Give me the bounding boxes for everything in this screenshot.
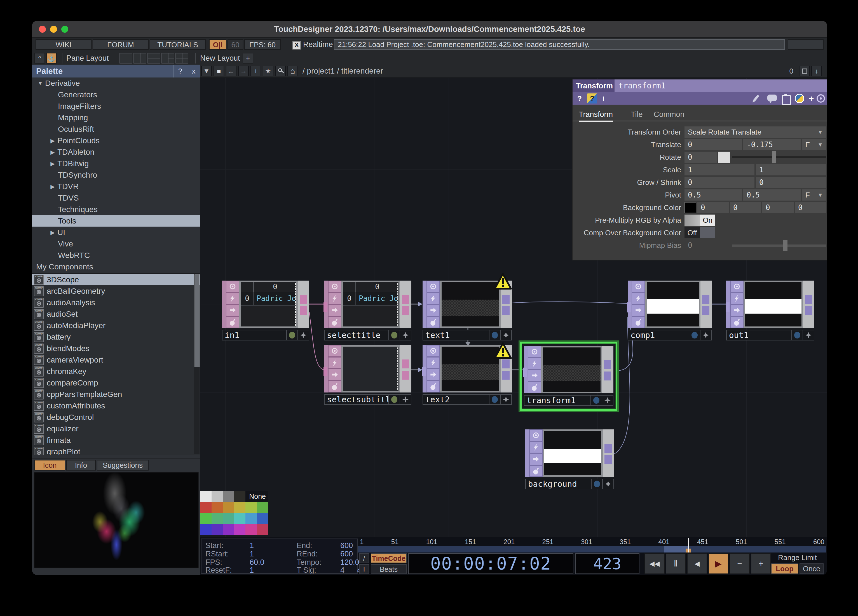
cook-bomb-icon[interactable] (328, 381, 341, 393)
rstart-value[interactable]: 1 (250, 550, 254, 559)
node-flag-dot[interactable] (689, 330, 700, 340)
timecode-mode-button[interactable]: TimeCode (371, 553, 407, 563)
node-flag-dot[interactable] (489, 330, 500, 340)
viewer-target-icon[interactable] (730, 281, 743, 293)
forum-button[interactable]: FORUM (93, 39, 149, 50)
help-icon[interactable]: ? (575, 93, 584, 104)
list-item[interactable]: COMPcompareComp (32, 377, 200, 389)
pivot-y-field[interactable]: 0.5 (743, 189, 800, 200)
bypass-flash-icon[interactable] (528, 358, 541, 370)
timeline-ruler[interactable]: 151101151201251301351401451501551600 (358, 538, 826, 546)
tree-item-tdvr[interactable]: ▶TDVR (32, 181, 200, 192)
swatch[interactable] (223, 491, 234, 502)
node-input-connector[interactable] (726, 303, 729, 312)
realtime-checkbox[interactable]: X (292, 41, 301, 50)
comment-bubble-icon[interactable] (767, 95, 777, 101)
swatch[interactable] (234, 491, 246, 502)
swatch[interactable] (223, 524, 234, 535)
list-item[interactable]: COMPcameraViewport (32, 354, 200, 366)
tab-suggestions[interactable]: Suggestions (97, 460, 149, 470)
list-item[interactable]: COMPblendModes (32, 343, 200, 354)
frame-slash-button[interactable]: / (359, 553, 369, 563)
node-rail[interactable] (222, 281, 239, 328)
export-arrow-icon[interactable] (328, 369, 341, 381)
tree-item-ui[interactable]: ▶UI (32, 227, 200, 238)
node-name[interactable]: background (526, 479, 591, 489)
chevron-right-icon[interactable]: ▶ (48, 149, 58, 155)
export-arrow-icon[interactable] (632, 304, 645, 317)
node-text1[interactable]: text1 (423, 281, 512, 340)
node-viewer[interactable] (440, 281, 500, 328)
list-item[interactable]: COMPchromaKey (32, 366, 200, 377)
tree-item-imagefilters[interactable]: ImageFilters (32, 101, 200, 112)
node-out1[interactable]: out1 (726, 281, 814, 340)
bgcolor-r-field[interactable]: 0 (697, 202, 729, 213)
node-transform1-selected[interactable]: transform1 (524, 346, 613, 406)
search-icon[interactable] (275, 66, 286, 76)
list-item[interactable]: COMPbattery (32, 331, 200, 343)
cook-bomb-icon[interactable] (529, 465, 542, 477)
node-viewer[interactable] (743, 281, 803, 328)
export-arrow-icon[interactable] (226, 304, 239, 317)
node-flag-dot[interactable] (389, 330, 399, 340)
warning-icon[interactable] (494, 273, 512, 290)
node-name[interactable]: selectsubtitle (325, 395, 389, 404)
swatch[interactable] (257, 502, 268, 514)
tempo-value[interactable]: 120.0 (340, 558, 359, 567)
swatch[interactable] (246, 524, 257, 535)
tree-item-pointclouds[interactable]: ▶PointClouds (32, 135, 200, 146)
chevron-right-icon[interactable]: ▶ (48, 183, 58, 190)
tab-common[interactable]: Common (654, 109, 684, 121)
export-arrow-icon[interactable] (529, 453, 542, 465)
tree-item-tdvs[interactable]: TDVS (32, 192, 200, 204)
beats-mode-button[interactable]: Beats (371, 564, 407, 574)
list-item[interactable]: COMPcppParsTemplateGen (32, 389, 200, 400)
step-back-button[interactable]: ◀ (687, 553, 707, 574)
swatch[interactable] (211, 524, 223, 535)
node-output-strip[interactable] (298, 281, 309, 328)
operator-name-field[interactable]: transform1 (614, 79, 827, 92)
breadcrumb[interactable]: / project1 / titlerenderer (303, 66, 383, 76)
node-name[interactable]: transform1 (524, 396, 591, 405)
add-parameter-icon[interactable]: + (807, 93, 816, 104)
viewer-target-icon[interactable] (328, 281, 341, 293)
tab-info[interactable]: Info (66, 460, 96, 470)
rotate-slider-handle[interactable]: − (718, 152, 730, 163)
mipmap-slider-track[interactable] (732, 245, 826, 247)
node-name[interactable]: text2 (423, 395, 489, 404)
tutorials-button[interactable]: TUTORIALS (150, 39, 206, 50)
bypass-flash-icon[interactable] (529, 441, 542, 453)
node-output-strip[interactable] (803, 281, 814, 328)
node-input-connector[interactable] (422, 367, 426, 376)
cook-bomb-icon[interactable] (426, 381, 440, 393)
viewer-target-icon[interactable] (529, 430, 542, 441)
node-viewer[interactable] (542, 430, 603, 477)
frame-i-button[interactable]: I (359, 564, 369, 574)
translate-x-field[interactable]: 0 (684, 139, 742, 150)
swatch[interactable] (234, 513, 246, 524)
add-icon[interactable]: + (250, 66, 261, 76)
bypass-flash-icon[interactable] (328, 357, 341, 369)
translate-y-field[interactable]: -0.175 (743, 139, 800, 150)
node-name[interactable]: text1 (423, 330, 489, 340)
node-in1[interactable]: 0 0Padric John H in1 (222, 281, 309, 340)
increment-button[interactable]: + (751, 553, 771, 574)
start-value[interactable]: 1 (250, 541, 254, 550)
bypass-flash-icon[interactable] (730, 293, 743, 305)
viewer-target-icon[interactable] (528, 346, 541, 358)
node-viewer[interactable] (341, 345, 400, 393)
swatch[interactable] (223, 502, 234, 514)
node-output-strip[interactable] (400, 281, 411, 328)
sparkle-icon[interactable] (297, 330, 309, 340)
pane-layout-single-button[interactable] (120, 53, 132, 64)
node-name[interactable]: in1 (222, 330, 286, 340)
list-item-3dscope-selected[interactable]: COMP3DScope (32, 274, 200, 286)
list-item[interactable]: COMPdebugControl (32, 411, 200, 423)
tab-transform[interactable]: Transform (579, 109, 613, 122)
node-flag-dot[interactable] (791, 330, 803, 340)
node-rail[interactable] (525, 430, 542, 477)
scrollbar-thumb[interactable] (194, 275, 199, 367)
list-item[interactable]: COMPaudioAnalysis (32, 297, 200, 308)
palette-header[interactable]: Palette ? x (32, 65, 200, 78)
play-button[interactable]: ▶ (708, 553, 729, 574)
